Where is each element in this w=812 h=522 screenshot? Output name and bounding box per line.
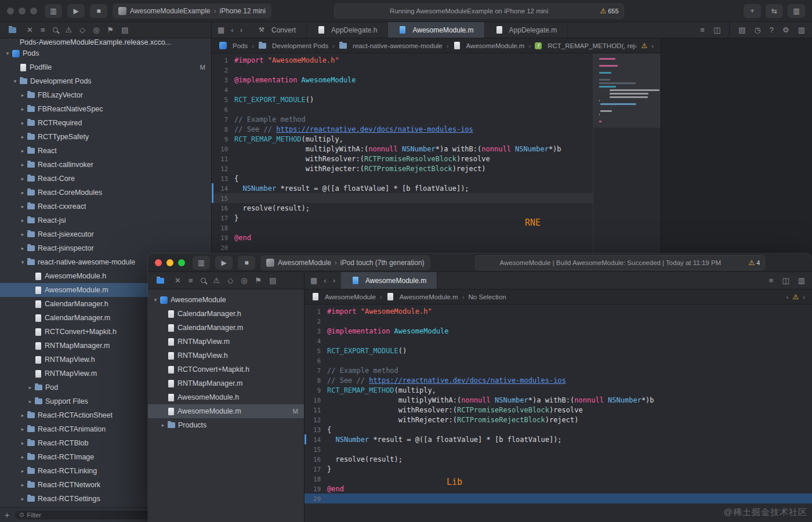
breadcrumb-item[interactable]: AwesomeModule.m xyxy=(453,42,525,49)
code-line[interactable]: 12 withRejecter:(RCTPromiseRejectBlock)r… xyxy=(304,415,812,425)
tab-appdelegate-h[interactable]: AppDelegate.h xyxy=(307,22,388,38)
code-line[interactable]: 7// Example method xyxy=(304,365,812,375)
chevron-right-icon[interactable]: ▸ xyxy=(19,245,27,251)
chevron-right-icon[interactable]: ▸ xyxy=(19,231,27,237)
project-navigator-icon[interactable] xyxy=(9,27,16,33)
run-button[interactable]: ▶ xyxy=(67,4,85,18)
sidebar-item-rcttypesafety[interactable]: ▸RCTTypeSafety xyxy=(0,130,211,144)
breadcrumb-item[interactable]: No Selection xyxy=(468,293,506,300)
sidebar-item-fblazyvector[interactable]: ▸FBLazyVector xyxy=(0,88,211,102)
inspector-pane-icon[interactable]: ▥ xyxy=(798,277,805,284)
chevron-right-icon[interactable]: ▸ xyxy=(19,454,27,460)
chevron-down-icon[interactable]: ▾ xyxy=(19,259,27,265)
warning-icon[interactable]: ⚠ xyxy=(641,42,647,50)
code-line[interactable]: 11 withResolver:(RCTPromiseResolveBlock)… xyxy=(212,154,593,164)
source-control-navigator-icon[interactable]: ✕ xyxy=(27,26,33,34)
chevron-right-icon[interactable]: ▸ xyxy=(19,148,27,154)
inspector-pane-icon[interactable]: ▥ xyxy=(798,26,805,34)
tab-convert[interactable]: Convert xyxy=(248,22,307,38)
debug-navigator-icon[interactable]: ◎ xyxy=(241,277,247,284)
code-line[interactable]: 16 resolve(result); xyxy=(212,203,593,213)
warning-badge[interactable]: ⚠ 4 xyxy=(748,259,760,267)
chevron-right-icon[interactable]: ▸ xyxy=(19,468,27,474)
code-line[interactable]: 15 xyxy=(304,444,812,454)
chevron-right-icon[interactable]: ▸ xyxy=(19,190,27,195)
breadcrumb-item[interactable]: Development Pods xyxy=(258,42,328,49)
sidebar-item-react-cxxreact[interactable]: ▸React-cxxreact xyxy=(0,200,211,213)
sidebar-item-react-callinvoker[interactable]: ▸React-callinvoker xyxy=(0,158,211,172)
editor-options-icon[interactable]: ≡ xyxy=(769,277,774,284)
file-inspector-icon[interactable]: ▤ xyxy=(738,26,745,34)
tab-awesomemodule-m[interactable]: AwesomeModule.m xyxy=(388,22,484,38)
sidebar-item-awesomemodule[interactable]: ▾AwesomeModule xyxy=(148,293,304,307)
code-line[interactable]: 1#import "AwesomeModule.h" xyxy=(212,55,593,65)
chevron-right-icon[interactable]: ▸ xyxy=(19,162,27,168)
stop-button[interactable]: ■ xyxy=(90,4,107,18)
chevron-right-icon[interactable]: ▸ xyxy=(19,426,27,432)
back-icon[interactable]: ‹ xyxy=(324,277,326,284)
minimize-icon[interactable] xyxy=(19,8,26,14)
chevron-right-icon[interactable]: ▸ xyxy=(19,204,27,209)
breadcrumb-item[interactable]: Pods xyxy=(219,42,248,49)
adjust-editor-icon[interactable]: ⚙ xyxy=(782,26,789,34)
chevron-down-icon[interactable]: ▾ xyxy=(3,50,12,56)
code-line[interactable]: 2 xyxy=(212,65,593,75)
sidebar-item-rntmapview-m[interactable]: RNTMapView.m xyxy=(148,335,304,349)
code-line[interactable]: 20 xyxy=(304,494,812,503)
chevron-right-icon[interactable]: ▸ xyxy=(19,440,27,446)
breakpoint-navigator-icon[interactable]: ⚑ xyxy=(255,277,262,284)
code-line[interactable]: 9RCT_REMAP_METHOD(multiply, xyxy=(212,134,593,144)
code-line[interactable]: 19@end xyxy=(212,233,593,242)
warning-icon[interactable]: ⚠ xyxy=(792,293,799,301)
breadcrumb-item[interactable]: AwesomeModule xyxy=(311,293,376,300)
chevron-right-icon[interactable]: ▸ xyxy=(159,422,167,428)
sidebar-item-awesomemodule-m[interactable]: AwesomeModule.mM xyxy=(148,404,304,418)
code-line[interactable]: 10 multiplyWithA:(nonnull NSNumber*)a wi… xyxy=(212,144,593,154)
related-items-icon[interactable]: ▦ xyxy=(217,26,224,34)
warning-badge[interactable]: ⚠ 655 xyxy=(600,7,618,15)
code-line[interactable]: 6 xyxy=(212,104,593,114)
code-line[interactable]: 2 xyxy=(304,316,812,326)
code-line[interactable]: 7// Example method xyxy=(212,114,593,124)
breadcrumb-item[interactable]: RCT_REMAP_METHOD(, reject) xyxy=(535,42,635,49)
report-navigator-icon[interactable]: ▤ xyxy=(269,277,276,284)
code-line[interactable]: 3@implementation AwesomeModule xyxy=(212,75,593,85)
report-navigator-icon[interactable]: ▤ xyxy=(121,26,128,34)
code-line[interactable]: 20 xyxy=(212,242,593,252)
breadcrumb-item[interactable]: react-native-awesome-module xyxy=(339,42,443,49)
close-icon[interactable] xyxy=(7,8,14,14)
source-editor[interactable]: 1#import "AwesomeModule.h"23@implementat… xyxy=(304,304,812,522)
next-issue-icon[interactable]: › xyxy=(803,293,805,300)
code-line[interactable]: 18 xyxy=(304,474,812,484)
chevron-right-icon[interactable]: ▸ xyxy=(19,217,27,223)
code-line[interactable]: 4 xyxy=(304,336,812,346)
project-navigator-icon[interactable] xyxy=(157,278,164,284)
previous-issue-icon[interactable]: ‹ xyxy=(786,293,789,300)
run-button[interactable]: ▶ xyxy=(215,256,233,270)
code-line[interactable]: 8// See // https://reactnative.dev/docs/… xyxy=(304,375,812,385)
add-editor-icon[interactable]: ◫ xyxy=(782,277,789,284)
code-line[interactable]: 17} xyxy=(304,464,812,474)
close-icon[interactable] xyxy=(155,259,162,266)
chevron-right-icon[interactable]: ▸ xyxy=(26,398,34,404)
next-issue-icon[interactable]: › xyxy=(651,42,654,49)
chevron-down-icon[interactable]: ▾ xyxy=(151,297,160,303)
sidebar-item-fbreactnativespec[interactable]: ▸FBReactNativeSpec xyxy=(0,102,211,116)
code-line[interactable]: 19@end xyxy=(304,484,812,494)
code-line[interactable]: 3@implementation AwesomeModule xyxy=(304,326,812,336)
source-control-navigator-icon[interactable]: ✕ xyxy=(175,277,181,284)
sidebar-item-calendarmanager-h[interactable]: CalendarManager.h xyxy=(148,307,304,321)
code-line[interactable]: 13{ xyxy=(304,425,812,434)
code-line[interactable]: 13{ xyxy=(212,173,593,183)
issue-navigator-icon[interactable]: ⚠ xyxy=(66,26,72,34)
symbol-navigator-icon[interactable]: ≡ xyxy=(188,277,193,284)
stop-button[interactable]: ■ xyxy=(238,256,255,270)
test-navigator-icon[interactable]: ◇ xyxy=(227,277,233,284)
sidebar-item-rctrequired[interactable]: ▸RCTRequired xyxy=(0,116,211,130)
forward-icon[interactable]: › xyxy=(240,26,242,34)
find-navigator-icon[interactable] xyxy=(53,27,58,32)
sidebar-item-react[interactable]: ▸React xyxy=(0,144,211,158)
add-file-button[interactable]: + xyxy=(5,510,9,520)
scheme-selector[interactable]: AwesomeModule › iPod touch (7th generati… xyxy=(260,255,430,270)
sidebar-item-rctconvert-mapkit-h[interactable]: RCTConvert+Mapkit.h xyxy=(148,362,304,376)
